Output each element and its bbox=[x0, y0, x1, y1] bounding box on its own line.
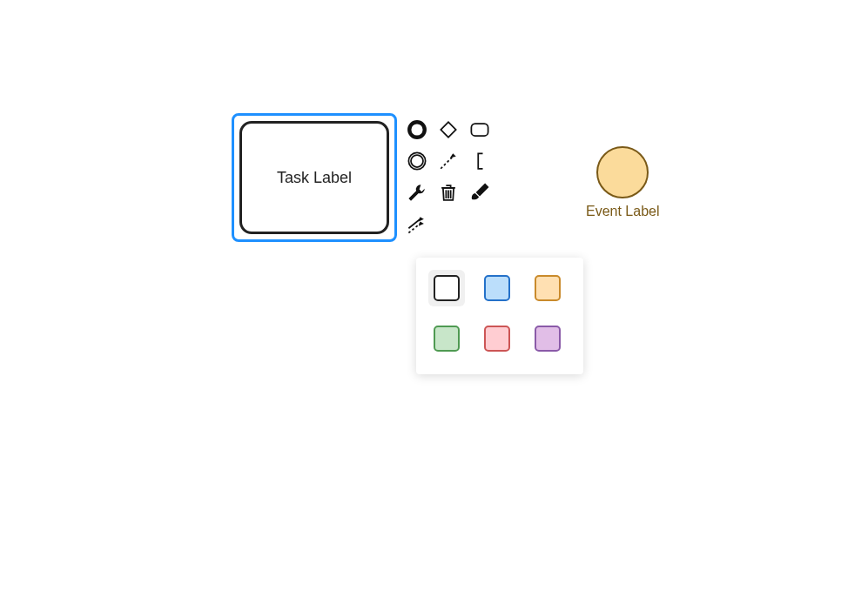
color-swatch-inner bbox=[434, 326, 460, 352]
svg-marker-6 bbox=[450, 153, 456, 158]
diagram-canvas[interactable]: Task Label Event Label bbox=[0, 0, 868, 591]
rounded-rect-icon bbox=[468, 118, 492, 142]
color-swatch-inner bbox=[434, 275, 460, 301]
event-node[interactable]: Event Label bbox=[586, 146, 660, 219]
bracket-icon bbox=[468, 149, 492, 173]
wrench-icon bbox=[405, 180, 429, 205]
dotted-arrow-icon bbox=[436, 149, 461, 173]
color-swatch-inner bbox=[484, 275, 510, 301]
append-end-event-button[interactable] bbox=[402, 146, 432, 176]
task-node-inner: Task Label bbox=[239, 121, 389, 234]
delete-button[interactable] bbox=[434, 178, 463, 207]
color-swatch-inner bbox=[535, 275, 561, 301]
event-circle bbox=[596, 146, 649, 198]
circle-thick-icon bbox=[405, 118, 429, 142]
double-circle-icon bbox=[405, 149, 429, 173]
color-swatch-1[interactable] bbox=[479, 270, 515, 306]
double-arrow-icon bbox=[405, 212, 429, 236]
append-start-event-button[interactable] bbox=[402, 115, 432, 144]
color-swatch-0[interactable] bbox=[428, 270, 465, 306]
svg-rect-2 bbox=[471, 124, 488, 136]
color-picker-popup bbox=[416, 258, 583, 374]
task-label: Task Label bbox=[277, 169, 352, 187]
color-swatch-inner bbox=[535, 326, 561, 352]
svg-marker-11 bbox=[419, 217, 424, 221]
svg-rect-1 bbox=[441, 122, 455, 137]
connect-message-button[interactable] bbox=[434, 146, 463, 176]
append-gateway-button[interactable] bbox=[434, 115, 463, 144]
color-swatch-5[interactable] bbox=[529, 320, 566, 357]
connect-sequence-button[interactable] bbox=[402, 209, 432, 238]
trash-icon bbox=[436, 180, 461, 205]
set-color-button[interactable] bbox=[465, 178, 495, 207]
svg-line-10 bbox=[408, 219, 420, 229]
svg-line-5 bbox=[441, 157, 453, 169]
event-label: Event Label bbox=[586, 204, 660, 219]
diamond-icon bbox=[436, 118, 461, 142]
svg-point-4 bbox=[411, 155, 423, 167]
color-swatch-2[interactable] bbox=[529, 270, 566, 306]
svg-marker-13 bbox=[419, 221, 424, 225]
paint-brush-icon bbox=[468, 180, 492, 205]
color-swatch-4[interactable] bbox=[479, 320, 515, 357]
color-swatch-inner bbox=[484, 326, 510, 352]
color-swatch-3[interactable] bbox=[428, 320, 465, 357]
append-annotation-button[interactable] bbox=[465, 146, 495, 176]
task-node[interactable]: Task Label bbox=[232, 113, 397, 242]
context-pad bbox=[402, 115, 495, 238]
change-type-button[interactable] bbox=[402, 178, 432, 207]
svg-line-12 bbox=[408, 224, 420, 233]
svg-point-0 bbox=[409, 122, 425, 138]
append-task-button[interactable] bbox=[465, 115, 495, 144]
